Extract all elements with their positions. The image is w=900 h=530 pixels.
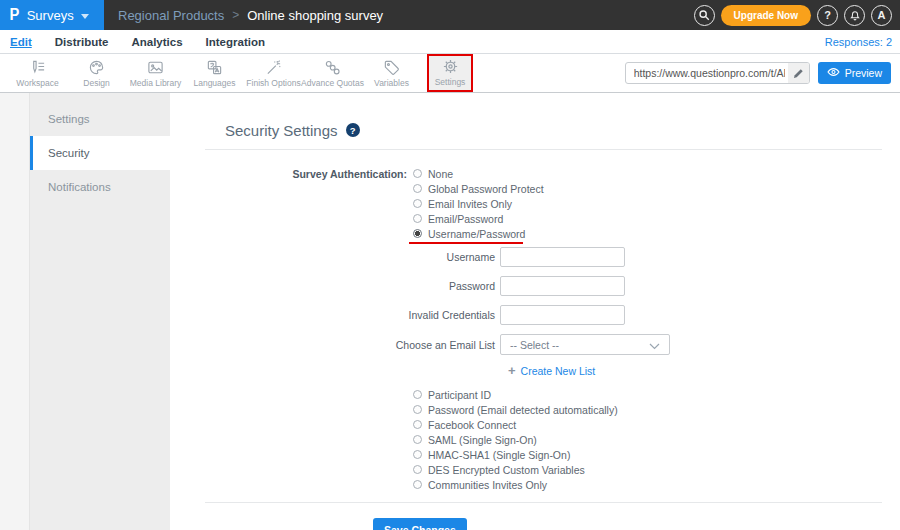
radio-option-communities-invites[interactable]: Communities Invites Only xyxy=(413,477,547,492)
radio-des-encrypted[interactable] xyxy=(413,465,422,474)
languages-icon xyxy=(206,59,223,76)
radio-option-facebook-connect[interactable]: Facebook Connect xyxy=(413,417,516,432)
radio-option-email-invites-only[interactable]: Email Invites Only xyxy=(413,196,512,211)
radio-option-none[interactable]: None xyxy=(413,166,453,181)
toolbar-item-label: Design xyxy=(83,78,109,88)
credential-fields: Username Password Invalid Credentials Ch… xyxy=(170,247,900,377)
radio-communities-invites[interactable] xyxy=(413,480,422,489)
questionpro-logo-icon: P xyxy=(9,7,19,23)
sidebar-item-notifications[interactable]: Notifications xyxy=(30,170,170,204)
help-question-icon[interactable]: ? xyxy=(346,123,360,137)
design-icon xyxy=(88,59,105,76)
workspace-icon xyxy=(29,59,46,76)
radio-option-saml[interactable]: SAML (Single Sign-On) xyxy=(413,432,537,447)
radio-hmac-sha1[interactable] xyxy=(413,450,422,459)
breadcrumb-separator: > xyxy=(232,8,239,22)
radio-email-password[interactable] xyxy=(413,214,422,223)
field-row-password: Password xyxy=(170,276,900,296)
upgrade-now-button[interactable]: Upgrade Now xyxy=(721,5,811,26)
password-input[interactable] xyxy=(500,276,625,296)
security-form: Survey Authentication: None Global Passw… xyxy=(170,166,900,492)
notifications-bell-icon[interactable] xyxy=(844,5,865,26)
search-icon[interactable] xyxy=(694,5,715,26)
toolbar-item-label: Advance Quotas xyxy=(301,78,364,88)
save-row: Save Changes xyxy=(373,518,900,530)
page-title: Security Settings xyxy=(225,122,338,139)
preview-button-label: Preview xyxy=(845,67,882,79)
chevron-down-icon xyxy=(81,14,89,19)
radio-option-hmac-sha1[interactable]: HMAC-SHA1 (Single Sign-On) xyxy=(413,447,570,462)
tab-integration[interactable]: Integration xyxy=(206,36,265,48)
toolbar-item-media-library[interactable]: Media Library xyxy=(126,57,185,90)
toolbar-item-variables[interactable]: Variables xyxy=(362,57,421,90)
save-changes-button[interactable]: Save Changes xyxy=(373,518,467,530)
topbar: P Surveys Regional Products > Online sho… xyxy=(0,0,900,30)
heading-row: Security Settings ? xyxy=(225,122,900,138)
toolbar-right: Preview xyxy=(625,62,900,84)
edit-toolbar: Workspace Design Media Library xyxy=(0,54,900,93)
surveys-menu-label: Surveys xyxy=(27,8,74,23)
email-list-select[interactable]: -- Select -- xyxy=(500,334,670,355)
breadcrumb-survey-title: Online shopping survey xyxy=(247,8,383,23)
email-list-label: Choose an Email List xyxy=(170,339,500,351)
radio-option-des-encrypted[interactable]: DES Encrypted Custom Variables xyxy=(413,462,585,477)
invalid-credentials-label: Invalid Credentials xyxy=(170,309,500,321)
surveys-menu[interactable]: P Surveys xyxy=(0,0,104,30)
advance-quotas-icon xyxy=(324,59,341,76)
radio-username-password[interactable] xyxy=(413,229,422,238)
sidebar-item-settings[interactable]: Settings xyxy=(30,102,170,136)
invalid-credentials-input[interactable] xyxy=(500,305,625,325)
toolbar-item-finish-options[interactable]: Finish Options xyxy=(244,57,303,90)
field-row-invalid-credentials: Invalid Credentials xyxy=(170,305,900,325)
field-row-email-list: Choose an Email List -- Select -- xyxy=(170,334,900,355)
toolbar-item-settings[interactable]: Settings xyxy=(427,54,473,92)
radio-option-participant-id[interactable]: Participant ID xyxy=(413,387,491,402)
responses-count[interactable]: Responses: 2 xyxy=(825,36,892,48)
divider xyxy=(205,502,882,503)
divider xyxy=(205,149,882,150)
tab-distribute[interactable]: Distribute xyxy=(55,36,109,48)
radio-none[interactable] xyxy=(413,169,422,178)
toolbar-item-label: Finish Options xyxy=(246,78,300,88)
help-icon[interactable]: ? xyxy=(817,5,838,26)
toolbar-item-design[interactable]: Design xyxy=(67,57,126,90)
radio-option-username-password[interactable]: Username/Password xyxy=(413,226,525,241)
toolbar-item-workspace[interactable]: Workspace xyxy=(8,57,67,90)
radio-facebook-connect[interactable] xyxy=(413,420,422,429)
content-area: Settings Security Notifications Security… xyxy=(0,93,900,530)
radio-participant-id[interactable] xyxy=(413,390,422,399)
avatar[interactable]: A xyxy=(871,5,892,26)
radio-password-email-detected[interactable] xyxy=(413,405,422,414)
security-settings-panel: Security Settings ? Survey Authenticatio… xyxy=(170,93,900,530)
toolbar-item-label: Settings xyxy=(435,77,466,87)
media-library-icon xyxy=(147,59,164,76)
radio-email-invites-only[interactable] xyxy=(413,199,422,208)
toolbar-item-languages[interactable]: Languages xyxy=(185,57,244,90)
preview-button[interactable]: Preview xyxy=(818,62,891,84)
radio-global-password-protect[interactable] xyxy=(413,184,422,193)
create-new-list-link[interactable]: + Create New List xyxy=(508,364,595,377)
settings-sidebar: Settings Security Notifications xyxy=(30,93,170,530)
auth-options-top: None Global Password Protect Email Invit… xyxy=(413,166,544,241)
tab-edit[interactable]: Edit xyxy=(10,36,32,48)
toolbar-item-advance-quotas[interactable]: Advance Quotas xyxy=(303,57,362,90)
toolbar-item-label: Media Library xyxy=(130,78,182,88)
breadcrumb-folder[interactable]: Regional Products xyxy=(118,8,224,23)
radio-option-global-password-protect[interactable]: Global Password Protect xyxy=(413,181,544,196)
topbar-actions: Upgrade Now ? A xyxy=(694,0,900,30)
toolbar-item-label: Variables xyxy=(374,78,409,88)
radio-option-password-email-detected[interactable]: Password (Email detected automatically) xyxy=(413,402,618,417)
password-label: Password xyxy=(170,280,500,292)
sidebar-item-security[interactable]: Security xyxy=(30,136,170,170)
username-label: Username xyxy=(170,251,500,263)
username-input[interactable] xyxy=(500,247,625,267)
radio-option-email-password[interactable]: Email/Password xyxy=(413,211,503,226)
survey-url-input[interactable] xyxy=(625,62,810,84)
auth-row: Survey Authentication: None Global Passw… xyxy=(170,166,900,241)
toolbar-item-label: Languages xyxy=(193,78,235,88)
tab-analytics[interactable]: Analytics xyxy=(131,36,182,48)
radio-saml[interactable] xyxy=(413,435,422,444)
toolbar-item-label: Workspace xyxy=(16,78,58,88)
email-list-select-value: -- Select -- xyxy=(510,339,559,351)
edit-url-pencil-icon[interactable] xyxy=(788,63,809,83)
